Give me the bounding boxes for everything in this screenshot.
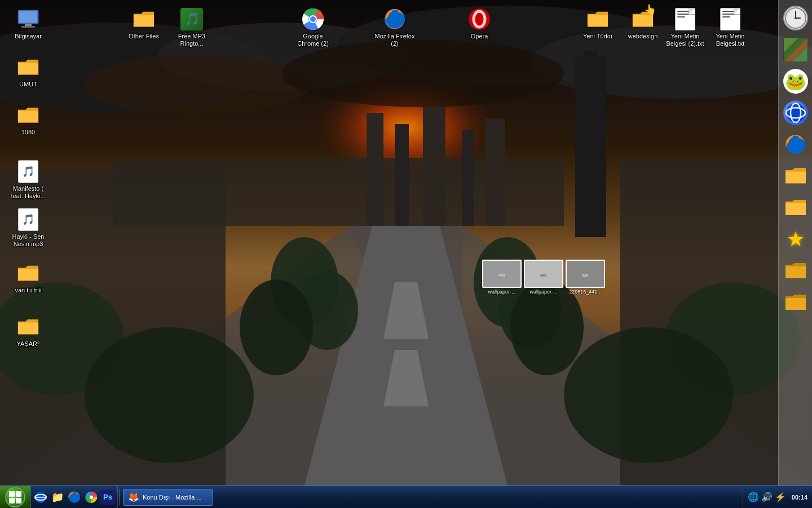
sidebar-star[interactable]: ★ (782, 226, 809, 253)
google-chrome-label: Google Chrome (2) (293, 33, 333, 47)
ql-firefox-button[interactable] (67, 489, 82, 505)
svg-text:IMG: IMG (540, 274, 547, 277)
thumbnail-group[interactable]: IMG wallpaper-... IMG wallpaper-... IMG … (482, 260, 605, 295)
desktop-icon-free-mp3[interactable]: 🎵 Free MP3 Ringtо... (169, 6, 214, 50)
taskbar-windows: 🦊 Konu Dışı - Mozilla ... (121, 489, 743, 506)
svg-point-53 (795, 17, 797, 19)
ql-ie-button[interactable] (33, 489, 48, 505)
sidebar-folder-1[interactable] (782, 163, 809, 190)
thumb-1-label: wallpaper-... (488, 289, 515, 295)
manifesto-label: Manifesto ( feat. Hayki... (8, 185, 48, 200)
taskbar-window-icon: 🦊 (128, 492, 139, 502)
ie-icon (783, 100, 808, 125)
hayki-audio-icon: 🎵 (17, 208, 39, 231)
desktop-icon-yeni-metin-2[interactable]: Yeni Metin Belgesi (2).txt (663, 6, 708, 50)
desktop-icon-manifesto[interactable]: 🎵 Manifesto ( feat. Hayki... (6, 158, 51, 202)
desktop-icon-webdesign[interactable]: 👆 webdesign (620, 6, 665, 42)
svg-point-68 (90, 496, 93, 499)
tray-network-icon[interactable]: 🌐 (748, 492, 759, 502)
thumb-3-label: 229816_441... (569, 289, 602, 295)
desktop-icon-other-files[interactable]: Other Files (121, 6, 166, 42)
svg-point-41 (385, 9, 405, 29)
yasar-folder-icon (17, 316, 39, 338)
svg-rect-58 (9, 491, 15, 497)
desktop-icon-van-tu-triii[interactable]: van tu triii (6, 260, 51, 296)
taskbar: 📁 Ps 🦊 Konu Dışı - Mozilla ... (0, 485, 812, 508)
ql-chrome-button[interactable] (83, 489, 99, 505)
svg-rect-34 (19, 11, 37, 23)
clock-icon (783, 6, 808, 30)
tray-volume-icon[interactable]: 🔊 (761, 492, 773, 502)
desktop-icon-yeni-turku[interactable]: Yeni Türkü (575, 6, 620, 42)
yeni-turku-folder-icon (586, 8, 609, 30)
desktop-icon-mozilla-firefox[interactable]: Mozilla Firefox (2) (372, 6, 417, 50)
svg-point-40 (310, 16, 316, 22)
start-button[interactable] (0, 486, 30, 509)
mozilla-firefox-label: Mozilla Firefox (2) (374, 33, 415, 47)
yasar-label: YAŞAR° (17, 340, 40, 348)
taskbar-window-label: Konu Dışı - Mozilla ... (143, 494, 202, 501)
system-tray: 🌐 🔊 ⚡ 00:14 (743, 486, 812, 508)
umut-label: UMUT (19, 81, 37, 88)
computer-icon (17, 8, 39, 30)
sidebar-minecraft[interactable] (782, 36, 809, 63)
desktop-icon-opera[interactable]: Opera (457, 6, 502, 42)
svg-rect-36 (21, 26, 35, 28)
sidebar-face-avatar[interactable]: 🐸 (782, 68, 809, 95)
desktop-icon-bilgisayar[interactable]: Bilgisayar (6, 6, 51, 42)
desktop-icon-yasar[interactable]: YAŞAR° (6, 313, 51, 350)
sidebar-folder-3[interactable] (782, 257, 809, 284)
webdesign-folder-icon: 👆 (632, 8, 654, 30)
desktop-icon-google-chrome[interactable]: Google Chrome (2) (290, 6, 336, 50)
svg-rect-59 (16, 491, 21, 497)
firefox-icon (383, 8, 406, 30)
other-files-label: Other Files (129, 33, 159, 40)
thumb-2[interactable]: IMG (524, 260, 563, 288)
thumb-3[interactable]: IMG (566, 260, 605, 288)
opera-label: Opera (471, 33, 488, 40)
start-orb (5, 487, 25, 507)
svg-point-54 (786, 103, 805, 122)
clock-time: 00:14 (792, 494, 807, 501)
sidebar-folder-4[interactable] (782, 289, 809, 316)
face-icon: 🐸 (783, 69, 808, 94)
txt-2-icon (674, 8, 696, 30)
yeni-metin-2-label: Yeni Metin Belgesi (2).txt (665, 33, 705, 47)
manifesto-audio-icon: 🎵 (17, 160, 39, 183)
sidebar-ie[interactable] (782, 99, 809, 126)
taskbar-window-mozilla[interactable]: 🦊 Konu Dışı - Mozilla ... (123, 489, 213, 506)
desktop-icon-yeni-metin[interactable]: Yeni Metin Belgesi.txt (708, 6, 753, 50)
sidebar-folder-2[interactable] (782, 194, 809, 221)
1080-label: 1080 (21, 129, 35, 136)
sidebar: 🐸 ★ (778, 0, 812, 485)
other-files-folder-icon (133, 8, 155, 30)
desktop-icon-umut[interactable]: UMUT (6, 54, 51, 90)
sidebar-folder-icon-1 (784, 167, 807, 186)
sidebar-folder-icon-2 (784, 198, 807, 217)
svg-rect-35 (25, 24, 32, 26)
yeni-turku-label: Yeni Türkü (583, 33, 612, 40)
thumb-2-label: wallpaper-... (529, 289, 557, 295)
minecraft-icon (783, 37, 808, 62)
thumb-1[interactable]: IMG (482, 260, 522, 288)
ql-folder-button[interactable]: 📁 (50, 489, 65, 505)
star-icon: ★ (787, 227, 805, 251)
sidebar-firefox[interactable] (782, 131, 809, 158)
free-mp3-label: Free MP3 Ringtо... (171, 33, 212, 47)
clock-display[interactable]: 00:14 (788, 494, 807, 501)
taskbar-separator (119, 489, 120, 505)
ql-photoshop-button[interactable]: Ps (100, 490, 115, 505)
txt-icon (719, 8, 742, 30)
svg-rect-61 (16, 498, 21, 503)
desktop-icon-hayki[interactable]: 🎵 Hayki - Sen Nesin.mp3 (6, 206, 51, 250)
mp3-icon: 🎵 (180, 8, 203, 30)
van-tu-folder-icon (17, 262, 39, 284)
desktop-icon-1080[interactable]: 1080 (6, 102, 51, 138)
tray-power-icon[interactable]: ⚡ (775, 492, 786, 502)
van-tu-label: van tu triii (15, 287, 41, 294)
sidebar-clock-widget[interactable] (782, 5, 809, 32)
1080-folder-icon (17, 104, 39, 126)
hayki-label: Hayki - Sen Nesin.mp3 (8, 233, 48, 248)
svg-text:IMG: IMG (498, 274, 505, 277)
umut-folder-icon (17, 56, 39, 78)
